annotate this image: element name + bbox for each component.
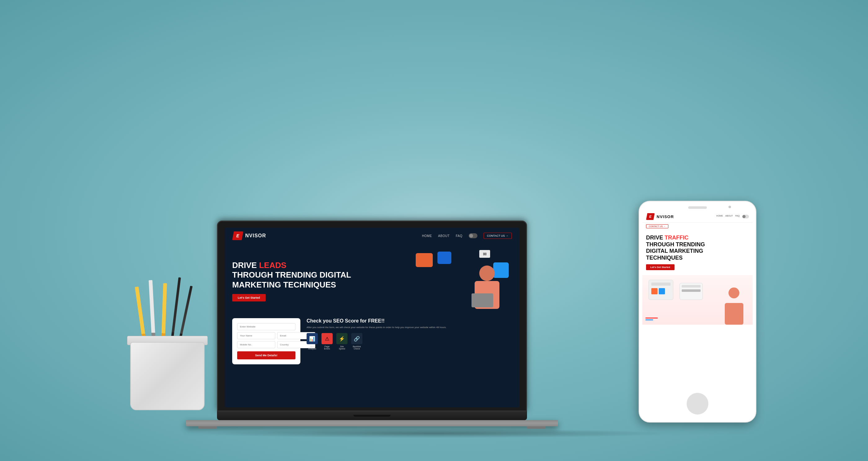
seo-section-title: Check you SEO Score for FREE!! [307, 318, 512, 324]
pencil-white [149, 280, 156, 342]
illus-person-head [479, 265, 495, 281]
nav-about[interactable]: ABOUT [438, 234, 450, 238]
laptop-seo-info: Check you SEO Score for FREE!! After you… [307, 318, 512, 350]
laptop-bottom-edge [186, 420, 558, 426]
form-name-input[interactable] [237, 332, 275, 339]
illus-person-laptop [471, 293, 493, 307]
phone-illus-person [722, 288, 746, 325]
phone-nav-links: HOME ABOUT FAQ [716, 215, 749, 219]
phone-logo-text: NVISOR [657, 215, 674, 219]
laptop-screen-wrapper: E NVISOR HOME ABOUT FAQ CONTACT US → [217, 221, 527, 420]
pencil-black-1 [170, 277, 181, 342]
seo-feature-speed: ⚡ SiteSpeed [336, 333, 347, 350]
phone-nav-about[interactable]: ABOUT [725, 215, 733, 219]
hero-line3: MARKETING TECHNIQUES [232, 280, 336, 289]
seo-feature-errors: ⚠ PageErrors [321, 333, 333, 350]
form-submit-button[interactable]: Send Me Details! [237, 351, 296, 359]
hero-leads: LEADS [259, 261, 286, 270]
phone-traffic: TRAFFIC [664, 234, 688, 241]
hero-line2: THROUGH TRENDING DIGITAL [232, 270, 351, 279]
laptop-hero-cta[interactable]: Let's Get Started [232, 294, 266, 301]
pencil-yellow-1 [135, 287, 146, 342]
nav-contact-button[interactable]: CONTACT US → [484, 233, 512, 239]
accent-line-1 [645, 318, 658, 319]
laptop-hero-heading: DRIVE LEADS THROUGH TRENDING DIGITAL MAR… [232, 261, 413, 290]
backlink-label: BacklinkCheck [353, 345, 361, 350]
seo-features-list: 📊 SEOAnalysis ⚠ PageErrors ⚡ SiteSpeed [307, 333, 512, 350]
phone-line4: TECHNIQUES [646, 255, 683, 261]
ground-shadow [195, 429, 673, 438]
laptop-hero: DRIVE LEADS THROUGH TRENDING DIGITAL MAR… [225, 244, 519, 315]
page-errors-icon: ⚠ [321, 333, 333, 344]
laptop-logo-text: NVISOR [245, 233, 266, 238]
laptop-seo-form: Send Me Details! [232, 318, 300, 364]
form-mobile-input[interactable] [237, 341, 275, 348]
phone-contact-button[interactable]: CONTACT US → [646, 224, 669, 228]
hero-drive: DRIVE [232, 261, 259, 270]
phone-hero: DRIVE TRAFFIC THROUGH TRENDING DIGITAL M… [642, 230, 753, 275]
seo-section-desc: After you submit the form, we will check… [307, 326, 512, 329]
phone-home-button[interactable] [687, 393, 708, 415]
laptop-hero-text: DRIVE LEADS THROUGH TRENDING DIGITAL MAR… [232, 261, 413, 301]
phone-nav-faq[interactable]: FAQ [735, 215, 740, 219]
logo-e-letter: E [236, 233, 239, 238]
laptop-foot-left [198, 426, 217, 429]
phone-camera [728, 206, 731, 208]
phone-illus-box2 [680, 283, 703, 300]
laptop-logo-icon: E [232, 231, 243, 240]
phone-website-nav: E NVISOR HOME ABOUT FAQ [642, 211, 753, 223]
phone-drive: DRIVE [646, 234, 664, 241]
phone-speaker [688, 206, 707, 209]
illus-email: ✉ [479, 250, 490, 258]
nav-faq[interactable]: FAQ [456, 234, 463, 238]
form-row-name-email [237, 332, 296, 339]
phone-nav-toggle[interactable] [742, 215, 749, 219]
laptop-bezel: E NVISOR HOME ABOUT FAQ CONTACT US → [217, 221, 527, 411]
laptop-feet [186, 426, 558, 429]
phone-logo-icon: E [646, 213, 655, 220]
seo-analysis-icon: 📊 [307, 333, 318, 344]
illus-box-orange [416, 253, 433, 267]
phone-illus-box1 [649, 280, 673, 300]
phone-hero-heading: DRIVE TRAFFIC THROUGH TRENDING DIGITAL M… [646, 234, 749, 261]
laptop: E NVISOR HOME ABOUT FAQ CONTACT US → [186, 221, 558, 429]
nav-toggle[interactable] [469, 233, 477, 238]
illus-person [468, 265, 506, 312]
phone-logo: E NVISOR [646, 213, 674, 220]
seo-feature-backlink: 🔗 BacklinkCheck [351, 333, 362, 350]
laptop-seo-section: Send Me Details! Check you SEO Score for… [225, 315, 519, 367]
phone-person-body [725, 303, 743, 325]
scene: E NVISOR HOME ABOUT FAQ CONTACT US → [93, 13, 775, 448]
phone-screen: E NVISOR HOME ABOUT FAQ CONTACT US → [642, 211, 753, 390]
phone-body: E NVISOR HOME ABOUT FAQ CONTACT US → [639, 201, 756, 423]
phone-logo-e: E [649, 215, 651, 219]
phone-line2: THROUGH TRENDING [646, 241, 705, 248]
laptop-nav-links: HOME ABOUT FAQ CONTACT US → [422, 233, 512, 239]
accent-line-2 [645, 320, 653, 320]
laptop-website-nav: E NVISOR HOME ABOUT FAQ CONTACT US → [225, 228, 519, 244]
phone-line3: DIGITAL MARKETING [646, 248, 703, 254]
form-website-input[interactable] [237, 323, 296, 330]
laptop-hero-illustration: ✉ [413, 250, 512, 312]
laptop-notch [353, 415, 391, 417]
nav-home[interactable]: HOME [422, 234, 432, 238]
site-speed-label: SiteSpeed [339, 345, 345, 350]
site-speed-icon: ⚡ [336, 333, 347, 344]
phone: E NVISOR HOME ABOUT FAQ CONTACT US → [639, 201, 756, 423]
backlink-icon: 🔗 [351, 333, 362, 344]
laptop-logo: E NVISOR [232, 231, 266, 240]
seo-analysis-label: SEOAnalysis [308, 345, 316, 350]
laptop-foot-right [527, 426, 546, 429]
laptop-base [217, 411, 527, 420]
phone-illustration [642, 275, 753, 325]
seo-feature-analysis: 📊 SEOAnalysis [307, 333, 318, 350]
phone-hero-cta[interactable]: Let's Get Started [646, 264, 675, 270]
illus-box-blue [437, 252, 452, 264]
phone-person-head [728, 288, 739, 298]
phone-nav-home[interactable]: HOME [716, 215, 723, 219]
page-errors-label: PageErrors [324, 345, 330, 350]
form-row-mobile-country [237, 341, 296, 348]
laptop-screen: E NVISOR HOME ABOUT FAQ CONTACT US → [225, 228, 519, 407]
pencil-yellow-2 [161, 283, 167, 342]
